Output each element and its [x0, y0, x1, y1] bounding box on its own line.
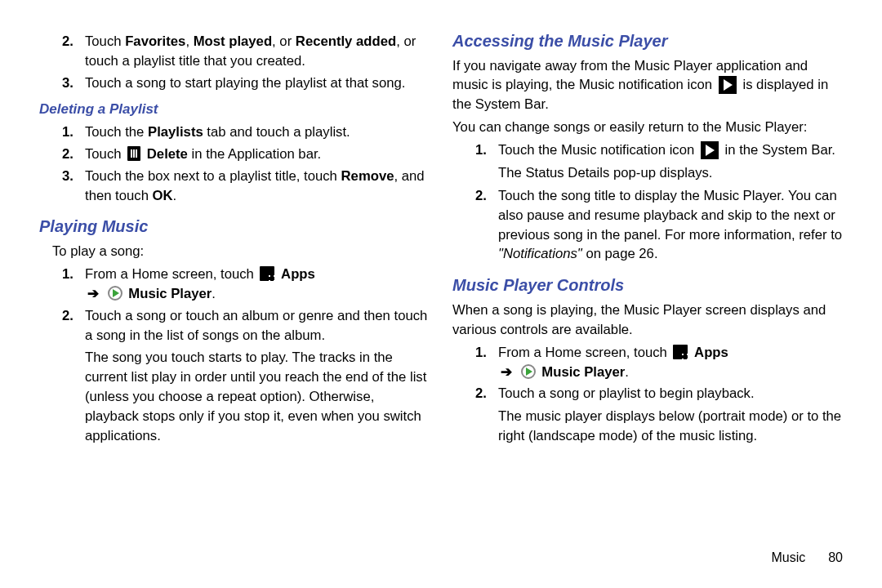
play-steps-list: 1. From a Home screen, touch Apps ➔ Musi… — [39, 265, 430, 345]
top-steps-list: 2. Touch Favorites, Most played, or Rece… — [39, 32, 430, 93]
list-item: 1. From a Home screen, touch Apps ➔ Musi… — [59, 265, 430, 304]
step-body: Touch the song title to display the Musi… — [498, 186, 843, 265]
step-body: Touch a song to start playing the playli… — [85, 74, 430, 93]
subheading-deleting-playlist: Deleting a Playlist — [39, 100, 430, 119]
list-item: 2. Touch a song or touch an album or gen… — [59, 306, 430, 345]
page-number: 80 — [828, 550, 843, 565]
music-notification-icon — [719, 76, 737, 94]
list-item: 1. Touch the Music notification icon in … — [472, 140, 843, 160]
delete-steps-list: 1. Touch the Playlists tab and touch a p… — [39, 122, 430, 206]
heading-player-controls: Music Player Controls — [452, 274, 843, 297]
right-column: Accessing the Music Player If you naviga… — [452, 29, 843, 449]
arrow-icon: ➔ — [87, 286, 99, 301]
step-number: 3. — [59, 167, 74, 206]
list-item: 2. Touch Delete in the Application bar. — [59, 145, 430, 164]
list-item: 2. Touch a song or playlist to begin pla… — [472, 384, 843, 403]
list-item: 1. From a Home screen, touch Apps ➔ Musi… — [472, 343, 843, 382]
step-body: Touch a song or touch an album or genre … — [85, 306, 430, 345]
step-body: From a Home screen, touch Apps ➔ Music P… — [498, 343, 843, 382]
controls-steps-list: 1. From a Home screen, touch Apps ➔ Musi… — [452, 343, 843, 404]
music-player-icon — [108, 286, 122, 301]
access-steps-list-2: 2. Touch the song title to display the M… — [452, 186, 843, 265]
step-number: 2. — [59, 145, 74, 164]
music-player-icon — [521, 364, 536, 379]
list-item: 1. Touch the Playlists tab and touch a p… — [59, 122, 430, 142]
list-item: 3. Touch the box next to a playlist titl… — [59, 167, 430, 206]
follow-text: The Status Details pop-up displays. — [498, 163, 843, 183]
step-number: 1. — [472, 140, 487, 160]
left-column: 2. Touch Favorites, Most played, or Rece… — [39, 29, 430, 449]
step-number: 3. — [59, 74, 74, 93]
step-number: 1. — [472, 343, 487, 382]
step-body: Touch a song or playlist to begin playba… — [498, 384, 843, 403]
follow-text: The music player displays below (portrai… — [498, 407, 843, 446]
step-number: 2. — [472, 186, 487, 265]
step-body: Touch the box next to a playlist title, … — [85, 167, 430, 206]
heading-playing-music: Playing Music — [39, 215, 430, 238]
manual-page: 2. Touch Favorites, Most played, or Rece… — [0, 0, 882, 488]
follow-text: The song you touch starts to play. The t… — [85, 348, 430, 445]
step-body: Touch Favorites, Most played, or Recentl… — [85, 32, 430, 71]
apps-grid-icon — [673, 345, 688, 359]
step-number: 2. — [59, 306, 74, 345]
heading-accessing-player: Accessing the Music Player — [452, 29, 843, 53]
arrow-icon: ➔ — [501, 364, 512, 380]
step-body: Touch the Music notification icon in the… — [498, 140, 843, 160]
page-footer: Music 80 — [771, 550, 843, 565]
list-item: 2. Touch Favorites, Most played, or Rece… — [59, 32, 430, 71]
list-item: 3. Touch a song to start playing the pla… — [59, 74, 430, 93]
step-body: Touch Delete in the Application bar. — [85, 145, 430, 164]
access-steps-list: 1. Touch the Music notification icon in … — [452, 140, 843, 160]
step-number: 1. — [59, 265, 74, 304]
trash-icon — [127, 146, 140, 161]
paragraph: You can change songs or easily return to… — [452, 118, 843, 137]
intro-text: To play a song: — [52, 242, 430, 261]
step-body: Touch the Playlists tab and touch a play… — [85, 122, 430, 142]
list-item: 2. Touch the song title to display the M… — [472, 186, 843, 265]
step-number: 2. — [59, 32, 74, 71]
step-number: 2. — [472, 384, 487, 403]
section-label: Music — [771, 550, 805, 565]
paragraph: If you navigate away from the Music Play… — [452, 56, 843, 115]
paragraph: When a song is playing, the Music Player… — [452, 301, 843, 340]
apps-grid-icon — [260, 266, 274, 281]
music-notification-icon — [701, 141, 719, 159]
step-body: From a Home screen, touch Apps ➔ Music P… — [85, 265, 430, 304]
step-number: 1. — [59, 122, 74, 142]
